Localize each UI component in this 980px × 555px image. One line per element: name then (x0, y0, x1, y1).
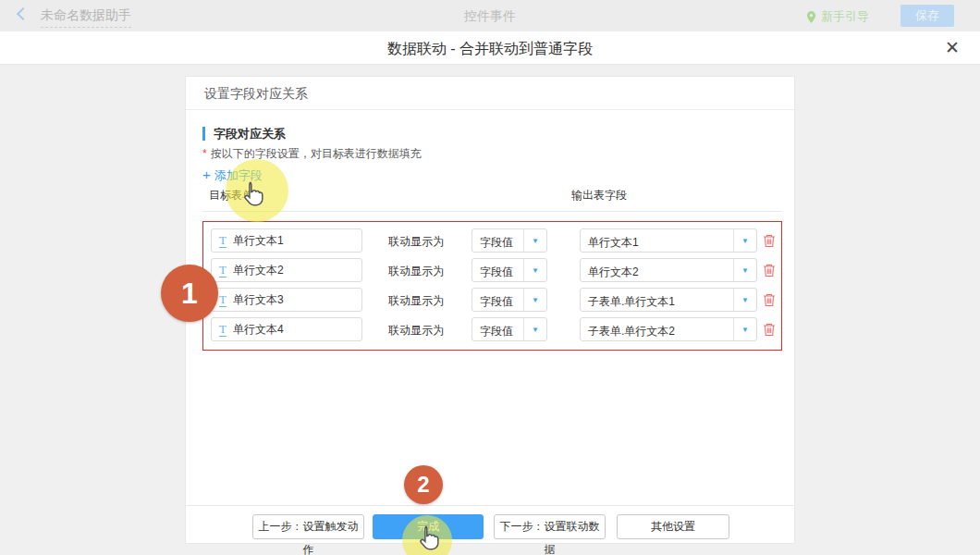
chevron-down-icon: ▼ (741, 237, 749, 245)
next-step-button[interactable]: 下一步：设置联动数据 (494, 514, 606, 539)
target-field-label: 单行文本4 (233, 322, 284, 338)
mapping-row: T 单行文本1 联动显示为 字段值 ▼ 单行文本1 ▼ (203, 228, 781, 253)
section-description: *按以下的字段设置，对目标表进行数据填充 (202, 146, 422, 162)
mapping-row: T 单行文本4 联动显示为 字段值 ▼ 子表单.单行文本2 ▼ (203, 317, 781, 341)
text-field-icon: T (219, 234, 227, 248)
section-title: 字段对应关系 (202, 127, 286, 141)
target-field-label: 单行文本2 (233, 263, 284, 278)
close-icon[interactable]: ✕ (945, 37, 960, 59)
target-field[interactable]: T 单行文本2 (211, 258, 362, 282)
delete-icon[interactable] (762, 322, 777, 337)
chevron-down-icon: ▼ (532, 237, 539, 245)
caret-cell: ▼ (523, 259, 546, 281)
output-select[interactable]: 子表单.单行文本2 ▼ (580, 317, 757, 341)
output-select[interactable]: 子表单.单行文本1 ▼ (580, 288, 757, 312)
target-field-label: 单行文本3 (233, 292, 284, 308)
target-field[interactable]: T 单行文本3 (211, 288, 362, 312)
caret-cell: ▼ (523, 318, 546, 340)
mapping-row: T 单行文本3 联动显示为 字段值 ▼ 子表单.单行文本1 ▼ (203, 288, 781, 312)
mode-select-value: 字段值 (480, 235, 513, 251)
text-field-icon: T (219, 264, 227, 278)
prev-step-button[interactable]: 上一步：设置触发动作 (252, 514, 364, 539)
mode-select[interactable]: 字段值 ▼ (472, 288, 547, 312)
chevron-down-icon: ▼ (532, 266, 539, 275)
description-text: 按以下的字段设置，对目标表进行数据填充 (211, 147, 422, 160)
delete-icon[interactable] (762, 263, 777, 278)
other-settings-button[interactable]: 其他设置 (617, 514, 729, 539)
guide-label: 新手引导 (821, 8, 869, 25)
caret-cell: ▼ (523, 289, 546, 311)
delete-icon[interactable] (762, 233, 777, 248)
field-mapping-rows-highlight: T 单行文本1 联动显示为 字段值 ▼ 单行文本1 ▼ T 单行文本2 (202, 221, 782, 351)
relation-label: 联动显示为 (388, 234, 444, 250)
step-badge-2: 2 (404, 465, 443, 504)
mode-select-value: 字段值 (480, 324, 513, 339)
target-field[interactable]: T 单行文本1 (211, 228, 362, 253)
plus-icon: + (202, 166, 211, 182)
output-select-value: 子表单.单行文本1 (588, 294, 675, 310)
output-select[interactable]: 单行文本1 ▼ (580, 228, 757, 253)
column-header-output: 输出表字段 (571, 188, 627, 204)
chevron-down-icon: ▼ (532, 326, 539, 334)
header-divider (202, 211, 782, 212)
step-badge-1: 1 (161, 265, 218, 322)
mode-select-value: 字段值 (480, 294, 513, 310)
output-select-value: 子表单.单行文本2 (588, 324, 675, 339)
top-bar: 未命名数据助手 控件事件 新手引导 保存 (0, 0, 980, 31)
mode-select[interactable]: 字段值 ▼ (472, 228, 547, 253)
output-select-value: 单行文本2 (588, 265, 639, 280)
required-mark: * (202, 147, 207, 160)
chevron-down-icon: ▼ (532, 296, 539, 304)
target-field-label: 单行文本1 (233, 233, 284, 249)
target-field[interactable]: T 单行文本4 (211, 317, 362, 341)
panel-header-title: 设置字段对应关系 (186, 77, 794, 110)
chevron-down-icon: ▼ (741, 266, 749, 275)
modal-title: 数据联动 - 合并联动到普通字段 (0, 40, 980, 59)
footer-divider (186, 505, 794, 506)
delete-icon[interactable] (762, 292, 777, 307)
caret-cell: ▼ (733, 229, 756, 252)
text-field-icon: T (219, 323, 227, 337)
mode-select-value: 字段值 (480, 265, 513, 280)
field-mapping-panel: 设置字段对应关系 字段对应关系 *按以下的字段设置，对目标表进行数据填充 +添加… (185, 76, 795, 544)
chevron-down-icon: ▼ (741, 296, 749, 304)
relation-label: 联动显示为 (388, 293, 444, 309)
output-select[interactable]: 单行文本2 ▼ (580, 258, 757, 282)
caret-cell: ▼ (733, 318, 756, 340)
relation-label: 联动显示为 (388, 323, 444, 339)
output-select-value: 单行文本1 (588, 235, 639, 251)
caret-cell: ▼ (733, 259, 756, 281)
mode-select[interactable]: 字段值 ▼ (472, 317, 547, 341)
mapping-row: T 单行文本2 联动显示为 字段值 ▼ 单行文本2 ▼ (203, 258, 781, 282)
chevron-down-icon: ▼ (741, 326, 749, 334)
caret-cell: ▼ (733, 289, 756, 311)
save-button[interactable]: 保存 (900, 5, 954, 27)
pin-icon (806, 10, 816, 24)
screen: 未命名数据助手 控件事件 新手引导 保存 数据联动 - 合并联动到普通字段 ✕ … (0, 0, 980, 555)
mode-select[interactable]: 字段值 ▼ (472, 258, 547, 282)
caret-cell: ▼ (523, 229, 546, 252)
guide-link[interactable]: 新手引导 (806, 8, 869, 25)
relation-label: 联动显示为 (388, 264, 444, 279)
hand-cursor-icon (240, 179, 264, 209)
modal-header: 数据联动 - 合并联动到普通字段 ✕ (0, 31, 980, 65)
hand-cursor-icon (416, 524, 440, 553)
text-field-icon: T (219, 293, 227, 307)
